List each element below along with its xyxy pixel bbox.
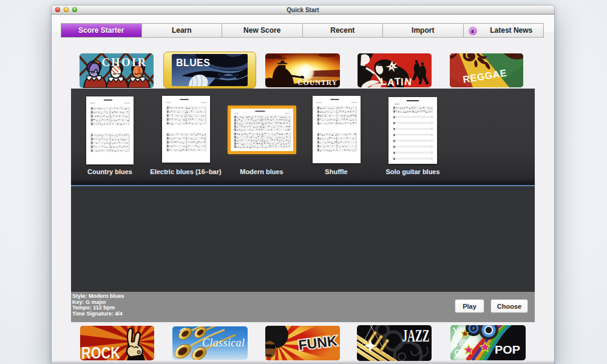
svg-text:CHOIR: CHOIR	[101, 56, 147, 69]
svg-text:Classical: Classical	[202, 337, 245, 349]
svg-text:BLUES: BLUES	[176, 58, 210, 68]
svg-text:COUNTRY: COUNTRY	[297, 78, 337, 87]
svg-text:I: I	[401, 76, 404, 87]
svg-text:L: L	[380, 75, 387, 87]
svg-text:N: N	[404, 76, 412, 87]
svg-text:POP: POP	[495, 343, 520, 356]
svg-text:ROCK: ROCK	[81, 344, 120, 360]
svg-text:JAZZ: JAZZ	[402, 326, 430, 345]
svg-text:T: T	[394, 76, 401, 87]
